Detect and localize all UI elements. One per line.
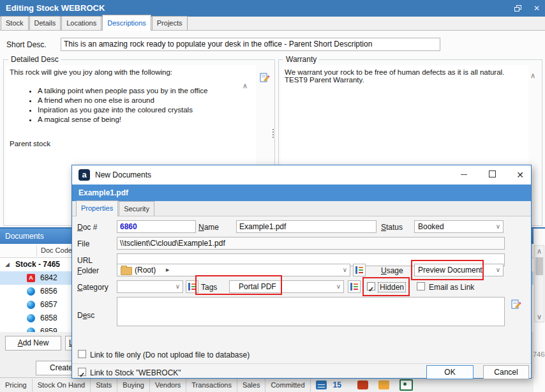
email-as-link-label[interactable]: Email as Link (429, 283, 474, 292)
restore-window-button[interactable] (508, 0, 527, 17)
tab-pricing[interactable]: Pricing (0, 379, 33, 392)
category-label: Category (77, 283, 108, 292)
scrollbar-thumb[interactable] (535, 257, 543, 275)
short-desc-input[interactable]: This is an amazing rock ready to populat… (61, 38, 440, 51)
tab-locations[interactable]: Locations (61, 16, 101, 30)
link-to-stock-label[interactable]: Link to Stock "WEBROCK" (90, 368, 181, 377)
name-label: Name (198, 223, 219, 232)
scroll-up-icon[interactable]: ∧ (243, 82, 248, 90)
dialog-minimize-button[interactable] (454, 165, 474, 185)
main-titlebar: Editing Stock WEBROCK (0, 0, 545, 17)
tab-stats[interactable]: Stats (91, 379, 117, 392)
status-dropdown[interactable]: Booked ∨ (414, 220, 504, 233)
edit-text-icon[interactable] (511, 299, 521, 310)
edit-text-icon[interactable] (260, 73, 270, 83)
folder-tree-button[interactable] (353, 264, 366, 276)
tags-tree-button[interactable] (348, 280, 361, 293)
tab-security[interactable]: Security (119, 201, 154, 216)
scroll-up-icon[interactable]: ∧ (535, 247, 544, 255)
dialog-close-button[interactable]: ✕ (510, 165, 530, 185)
category-tree-button[interactable] (186, 280, 198, 293)
detailed-desc-legend: Detailed Desc (8, 55, 61, 64)
url-label: URL (77, 256, 93, 265)
tab-stock-on-hand[interactable]: Stock On Hand (33, 379, 91, 392)
vertical-scrollbar[interactable]: ∧ ∨ (534, 245, 544, 322)
edge-icon (27, 301, 35, 309)
pdf-icon: A (27, 274, 35, 282)
close-window-button[interactable]: ✕ (527, 0, 545, 17)
tab-details[interactable]: Details (29, 16, 61, 30)
bullet-item: Inpiration as you gaze into the coloured… (38, 106, 252, 114)
detailed-desc-bullets: A talking point when people pass you by … (38, 87, 252, 123)
add-new-button[interactable]: Add New (5, 336, 61, 351)
scroll-down-icon[interactable]: ∨ (537, 313, 542, 321)
doc-code-column-label: Doc Code (41, 246, 72, 254)
category-dropdown[interactable]: ∨ (117, 280, 183, 293)
folder-app-icon[interactable] (378, 381, 389, 389)
file-label: File (77, 239, 89, 248)
ok-button[interactable]: OK (426, 365, 474, 379)
status-label: Status (381, 223, 403, 232)
bullet-item: A talking point when people pass you by … (38, 87, 252, 94)
usage-value: Preview Document (418, 266, 482, 275)
doc-number-label: Doc # (77, 223, 97, 232)
chevron-down-icon: ∨ (343, 264, 347, 276)
link-file-only-checkbox[interactable] (78, 350, 86, 358)
link-to-stock-checkbox[interactable]: ✓ (78, 368, 86, 376)
tags-dropdown[interactable]: Portal PDF ∨ (229, 280, 344, 293)
dialog-subtitle-bar: Example1.pdf (72, 185, 531, 201)
status-value: Booked (418, 222, 444, 231)
desc-label: Desc (77, 311, 94, 320)
usage-dropdown[interactable]: Preview Document ∨ (414, 264, 504, 276)
link-file-only-label[interactable]: Link to file only (Do not upload file to… (90, 351, 250, 359)
tab-stock[interactable]: Stock (1, 16, 29, 30)
name-input[interactable]: Example1.pdf (236, 220, 377, 233)
close-icon: ✕ (534, 4, 540, 13)
edge-icon (27, 328, 35, 332)
tab-properties[interactable]: Properties (76, 200, 118, 216)
hidden-checkbox-label[interactable]: Hidden (378, 282, 406, 292)
warranty-legend: Warranty (283, 55, 319, 64)
close-icon: ✕ (516, 170, 524, 180)
arrow-right-icon: ▶ (166, 264, 169, 276)
check-icon: ✓ (368, 285, 374, 293)
dialog-title: New Documents (95, 165, 151, 185)
cancel-button[interactable]: Cancel (483, 365, 529, 379)
tab-transactions[interactable]: Transactions (186, 379, 237, 392)
check-icon: ✓ (79, 371, 85, 379)
email-as-link-checkbox[interactable] (417, 282, 425, 290)
bottom-tab-bar: Pricing Stock On Hand Stats Buying Vendo… (0, 377, 534, 392)
documents-count: 15 (333, 381, 341, 389)
hidden-checkbox[interactable]: ✓ (367, 282, 375, 290)
folder-dropdown[interactable]: (Root) ▶ ∨ (117, 264, 350, 276)
tab-buying[interactable]: Buying (117, 379, 150, 392)
doc-number-input[interactable]: 6860 (117, 220, 196, 233)
tab-projects[interactable]: Projects (152, 16, 188, 30)
scroll-up-icon[interactable]: ∧ (530, 72, 535, 80)
documents-count-icon[interactable] (316, 381, 327, 389)
dialog-maximize-button[interactable] (482, 165, 502, 185)
usage-label: Usage (381, 266, 403, 275)
detailed-desc-intro: This rock will give you joy along with t… (10, 68, 252, 76)
tab-sales[interactable]: Sales (237, 379, 266, 392)
tab-descriptions[interactable]: Descriptions (102, 15, 151, 31)
expand-triangle-icon[interactable]: ◢ (5, 258, 10, 271)
red-app-icon[interactable] (357, 381, 368, 389)
dialog-tab-bar: Properties Security (72, 201, 531, 216)
short-desc-label: Short Desc. (6, 40, 47, 49)
desc-textarea[interactable] (117, 297, 505, 326)
dialog-file-title: Example1.pdf (78, 188, 128, 197)
main-window-title: Editing Stock WEBROCK (6, 3, 105, 13)
doc-code: 6858 (40, 312, 57, 325)
hierarchy-icon (188, 283, 196, 290)
doc-code: 6856 (40, 285, 57, 298)
bullet-item: A friend when no one else is around (38, 96, 252, 104)
bullet-item: A magical sense of being! (38, 116, 252, 123)
folder-label: Folder (77, 266, 99, 275)
tab-committed[interactable]: Committed (265, 379, 310, 392)
minimize-icon (461, 174, 467, 175)
tab-vendors[interactable]: Vendors (150, 379, 186, 392)
documents-panel-title: Documents (5, 232, 44, 241)
splitter-grip[interactable] (272, 129, 274, 138)
media-app-icon[interactable] (399, 379, 413, 391)
